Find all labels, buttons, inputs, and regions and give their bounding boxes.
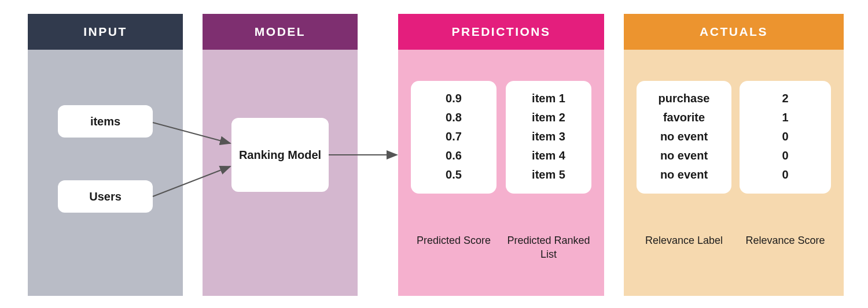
predictions-panel-title: PREDICTIONS bbox=[398, 14, 604, 50]
actuals-panel-title: ACTUALS bbox=[624, 14, 844, 50]
relevance-label-caption: Relevance Label bbox=[637, 233, 731, 247]
predicted-score-row: 0.8 bbox=[446, 112, 462, 124]
predicted-list-card: item 1 item 2 item 3 item 4 item 5 bbox=[506, 81, 591, 194]
predictions-panel-body: 0.9 0.8 0.7 0.6 0.5 item 1 item 2 item 3… bbox=[398, 50, 604, 296]
predicted-item-row: item 1 bbox=[532, 92, 565, 105]
relevance-score-row: 0 bbox=[782, 150, 788, 162]
model-panel: MODEL Ranking Model bbox=[203, 14, 358, 296]
input-panel-title: INPUT bbox=[28, 14, 183, 50]
predicted-item-row: item 5 bbox=[532, 169, 565, 181]
input-panel: INPUT items Users bbox=[28, 14, 183, 296]
predicted-score-row: 0.6 bbox=[446, 150, 462, 162]
predicted-score-row: 0.5 bbox=[446, 169, 462, 181]
relevance-label-row: no event bbox=[660, 131, 708, 143]
relevance-score-caption: Relevance Score bbox=[740, 233, 831, 247]
relevance-label-card: purchase favorite no event no event no e… bbox=[637, 81, 731, 194]
relevance-score-row: 0 bbox=[782, 131, 788, 143]
ranking-model-block: Ranking Model bbox=[231, 118, 329, 192]
predicted-item-row: item 2 bbox=[532, 112, 565, 124]
relevance-score-row: 2 bbox=[782, 92, 788, 105]
relevance-label-row: purchase bbox=[659, 92, 710, 105]
relevance-score-card: 2 1 0 0 0 bbox=[740, 81, 831, 194]
relevance-label-row: no event bbox=[660, 150, 708, 162]
relevance-label-row: no event bbox=[660, 169, 708, 181]
model-panel-title: MODEL bbox=[203, 14, 358, 50]
input-users-pill: Users bbox=[58, 180, 153, 213]
relevance-label-row: favorite bbox=[663, 112, 705, 124]
input-panel-body: items Users bbox=[28, 50, 183, 296]
predictions-panel: PREDICTIONS 0.9 0.8 0.7 0.6 0.5 item 1 i… bbox=[398, 14, 604, 296]
predicted-score-row: 0.7 bbox=[446, 131, 462, 143]
predicted-score-row: 0.9 bbox=[446, 92, 462, 105]
predicted-score-caption: Predicted Score bbox=[411, 233, 496, 247]
actuals-panel: ACTUALS purchase favorite no event no ev… bbox=[624, 14, 844, 296]
relevance-score-row: 0 bbox=[782, 169, 788, 181]
predicted-score-card: 0.9 0.8 0.7 0.6 0.5 bbox=[411, 81, 496, 194]
predicted-item-row: item 4 bbox=[532, 150, 565, 162]
relevance-score-row: 1 bbox=[782, 112, 788, 124]
diagram-stage: INPUT items Users MODEL Ranking Model PR… bbox=[0, 0, 868, 308]
model-panel-body: Ranking Model bbox=[203, 50, 358, 296]
actuals-panel-body: purchase favorite no event no event no e… bbox=[624, 50, 844, 296]
predicted-list-caption: Predicted Ranked List bbox=[506, 233, 591, 262]
input-items-pill: items bbox=[58, 105, 153, 138]
predicted-item-row: item 3 bbox=[532, 131, 565, 143]
